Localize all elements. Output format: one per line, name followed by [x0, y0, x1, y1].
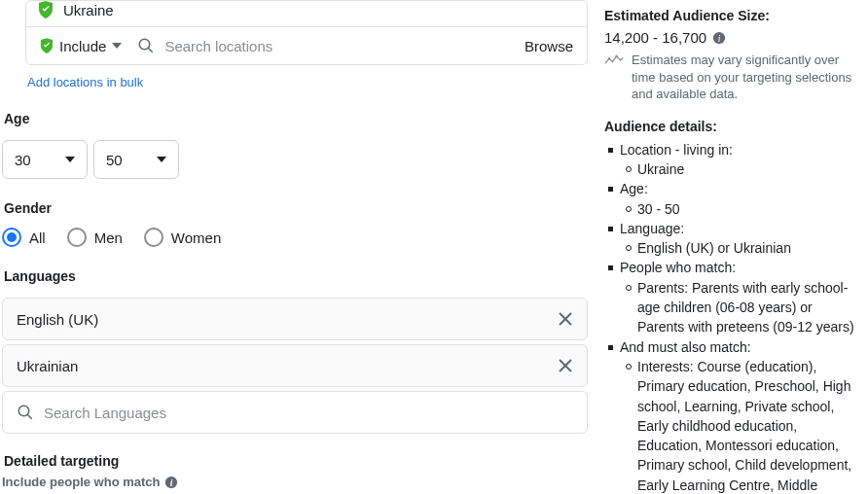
detail-key: Language: — [620, 221, 684, 236]
languages-label: Languages — [4, 268, 589, 284]
info-icon[interactable]: i — [712, 31, 726, 45]
chevron-down-icon — [112, 43, 122, 49]
svg-line-7 — [27, 414, 32, 419]
chevron-down-icon — [65, 157, 75, 162]
audience-details-label: Audience details: — [604, 119, 858, 134]
age-max-value: 50 — [106, 152, 123, 168]
detail-value: English (UK) or Ukrainian — [622, 238, 858, 258]
svg-point-0 — [140, 39, 151, 50]
selected-location-row: Ukraine — [26, 1, 587, 26]
gender-men-radio[interactable]: Men — [67, 228, 123, 247]
radio-icon — [2, 228, 21, 247]
detailed-targeting-label: Detailed targeting — [4, 453, 589, 469]
estimated-audience-label: Estimated Audience Size: — [604, 8, 858, 23]
svg-point-12 — [608, 57, 611, 60]
shield-check-icon — [38, 1, 54, 18]
gender-option-label: All — [29, 229, 46, 246]
detail-key: Location - living in: — [620, 142, 733, 158]
language-chip: English (UK) — [2, 298, 588, 340]
age-max-select[interactable]: 50 — [93, 140, 179, 179]
include-match-label: Include people who match i — [2, 475, 589, 489]
age-min-select[interactable]: 30 — [2, 140, 88, 179]
gender-option-label: Men — [94, 229, 123, 246]
sparkline-icon — [604, 53, 624, 67]
language-search-input[interactable] — [44, 405, 573, 421]
svg-text:i: i — [718, 32, 721, 43]
detail-value: Interests: Course (education), Primary e… — [622, 357, 858, 494]
include-match-text: Include people who match — [2, 475, 161, 489]
location-search-input[interactable] — [164, 38, 515, 54]
audience-range-value: 14,200 - 16,700 — [604, 29, 706, 46]
shield-check-icon — [40, 38, 54, 53]
detail-key: People who match: — [620, 260, 736, 275]
search-icon — [137, 37, 155, 54]
svg-line-1 — [149, 48, 154, 53]
locations-card: Ukraine Include Browse — [25, 0, 588, 65]
include-dropdown[interactable]: Include — [40, 38, 122, 54]
gender-label: Gender — [4, 200, 589, 216]
add-locations-bulk-link[interactable]: Add locations in bulk — [27, 75, 143, 89]
svg-point-6 — [18, 406, 29, 416]
radio-icon — [67, 228, 87, 247]
detail-value: Ukraine — [622, 159, 858, 179]
chevron-down-icon — [157, 157, 166, 162]
gender-option-label: Women — [171, 229, 221, 246]
info-icon[interactable]: i — [164, 476, 178, 489]
browse-link[interactable]: Browse — [524, 38, 573, 54]
language-search-row — [2, 391, 588, 434]
gender-all-radio[interactable]: All — [2, 228, 46, 247]
include-label: Include — [59, 38, 106, 54]
location-search-row: Include Browse — [26, 26, 587, 64]
language-chip: Ukrainian — [2, 344, 588, 387]
close-icon[interactable] — [558, 358, 573, 373]
age-label: Age — [4, 111, 589, 126]
search-icon — [17, 404, 34, 421]
detail-value: Parents: Parents with early school-age c… — [622, 278, 858, 337]
detail-key: Age: — [620, 181, 648, 196]
estimate-note: Estimates may vary significantly over ti… — [632, 52, 858, 103]
close-icon[interactable] — [558, 311, 573, 327]
radio-icon — [144, 228, 163, 247]
language-chip-label: English (UK) — [17, 311, 98, 328]
detail-value: 30 - 50 — [622, 199, 858, 219]
age-min-value: 30 — [15, 152, 31, 168]
gender-women-radio[interactable]: Women — [144, 228, 221, 247]
detail-key: And must also match: — [620, 339, 751, 355]
svg-text:i: i — [169, 476, 172, 487]
svg-point-13 — [615, 55, 618, 58]
audience-details-list: Location - living in: Ukraine Age: 30 - … — [604, 140, 858, 494]
selected-location-label: Ukraine — [63, 2, 114, 18]
language-chip-label: Ukrainian — [17, 358, 78, 374]
